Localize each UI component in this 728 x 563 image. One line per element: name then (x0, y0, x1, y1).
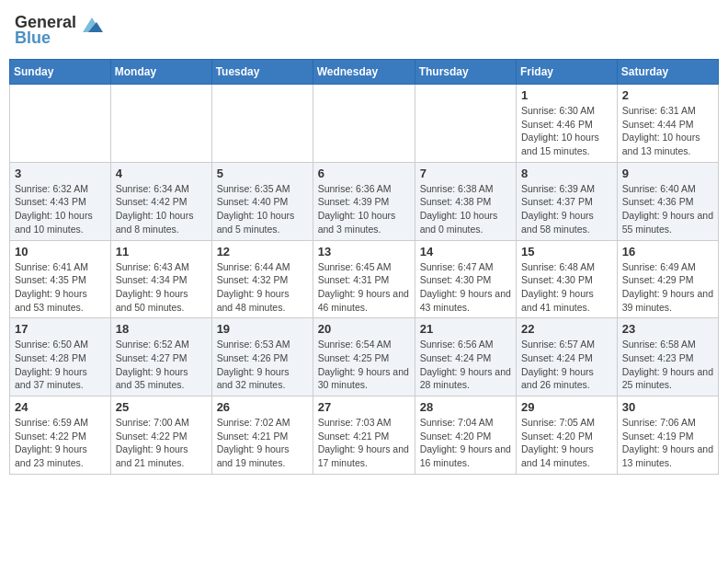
day-number: 29 (521, 400, 612, 414)
calendar-cell (313, 85, 415, 163)
day-info: Sunrise: 7:00 AM Sunset: 4:22 PM Dayligh… (116, 416, 207, 470)
calendar-cell: 16Sunrise: 6:49 AM Sunset: 4:29 PM Dayli… (617, 240, 718, 318)
calendar-table: SundayMondayTuesdayWednesdayThursdayFrid… (9, 59, 719, 475)
day-number: 7 (420, 167, 511, 180)
day-info: Sunrise: 7:04 AM Sunset: 4:20 PM Dayligh… (420, 416, 511, 470)
week-row-2: 3Sunrise: 6:32 AM Sunset: 4:43 PM Daylig… (10, 162, 719, 240)
day-number: 16 (622, 245, 713, 259)
day-number: 4 (116, 167, 207, 180)
day-number: 5 (217, 167, 308, 180)
weekday-header-sunday: Sunday (10, 60, 111, 85)
calendar-cell: 7Sunrise: 6:38 AM Sunset: 4:38 PM Daylig… (415, 162, 516, 240)
day-info: Sunrise: 6:31 AM Sunset: 4:44 PM Dayligh… (622, 104, 713, 158)
day-info: Sunrise: 6:52 AM Sunset: 4:27 PM Dayligh… (116, 338, 207, 392)
week-row-3: 10Sunrise: 6:41 AM Sunset: 4:35 PM Dayli… (10, 240, 719, 318)
calendar-cell: 5Sunrise: 6:35 AM Sunset: 4:40 PM Daylig… (211, 162, 313, 240)
calendar-cell (211, 85, 313, 163)
day-info: Sunrise: 6:43 AM Sunset: 4:34 PM Dayligh… (116, 260, 207, 315)
day-number: 27 (318, 400, 410, 414)
day-number: 8 (521, 167, 612, 180)
day-number: 9 (622, 167, 713, 180)
week-row-1: 1Sunrise: 6:30 AM Sunset: 4:46 PM Daylig… (10, 85, 719, 163)
week-row-4: 17Sunrise: 6:50 AM Sunset: 4:28 PM Dayli… (10, 318, 719, 396)
calendar-cell: 2Sunrise: 6:31 AM Sunset: 4:44 PM Daylig… (617, 85, 718, 163)
logo: General Blue (15, 13, 105, 48)
weekday-header-friday: Friday (517, 60, 618, 85)
day-info: Sunrise: 7:06 AM Sunset: 4:19 PM Dayligh… (622, 416, 713, 470)
day-info: Sunrise: 6:35 AM Sunset: 4:40 PM Dayligh… (217, 182, 308, 236)
day-number: 3 (15, 167, 106, 180)
day-info: Sunrise: 6:39 AM Sunset: 4:37 PM Dayligh… (521, 182, 612, 236)
day-number: 20 (318, 322, 410, 336)
weekday-header-wednesday: Wednesday (313, 60, 415, 85)
week-row-5: 24Sunrise: 6:59 AM Sunset: 4:22 PM Dayli… (10, 396, 719, 475)
day-info: Sunrise: 6:38 AM Sunset: 4:38 PM Dayligh… (420, 182, 511, 236)
calendar-cell: 4Sunrise: 6:34 AM Sunset: 4:42 PM Daylig… (110, 162, 211, 240)
day-info: Sunrise: 7:02 AM Sunset: 4:21 PM Dayligh… (217, 416, 308, 470)
calendar-cell: 23Sunrise: 6:58 AM Sunset: 4:23 PM Dayli… (617, 318, 718, 396)
calendar-cell: 18Sunrise: 6:52 AM Sunset: 4:27 PM Dayli… (110, 318, 211, 396)
day-number: 13 (318, 245, 410, 259)
day-number: 17 (15, 322, 106, 336)
calendar-cell: 21Sunrise: 6:56 AM Sunset: 4:24 PM Dayli… (415, 318, 516, 396)
day-number: 22 (521, 322, 612, 336)
weekday-header-saturday: Saturday (617, 60, 718, 85)
day-info: Sunrise: 6:54 AM Sunset: 4:25 PM Dayligh… (318, 338, 410, 392)
calendar-cell: 25Sunrise: 7:00 AM Sunset: 4:22 PM Dayli… (110, 396, 211, 475)
day-info: Sunrise: 6:45 AM Sunset: 4:31 PM Dayligh… (318, 260, 410, 315)
calendar-cell: 22Sunrise: 6:57 AM Sunset: 4:24 PM Dayli… (517, 318, 618, 396)
calendar-cell: 3Sunrise: 6:32 AM Sunset: 4:43 PM Daylig… (10, 162, 111, 240)
day-info: Sunrise: 7:03 AM Sunset: 4:21 PM Dayligh… (318, 416, 410, 470)
day-number: 12 (217, 245, 308, 259)
day-number: 10 (15, 245, 106, 259)
day-info: Sunrise: 6:57 AM Sunset: 4:24 PM Dayligh… (521, 338, 612, 392)
calendar-cell: 14Sunrise: 6:47 AM Sunset: 4:30 PM Dayli… (415, 240, 516, 318)
calendar-cell: 9Sunrise: 6:40 AM Sunset: 4:36 PM Daylig… (617, 162, 718, 240)
day-info: Sunrise: 6:34 AM Sunset: 4:42 PM Dayligh… (116, 182, 207, 236)
day-number: 11 (116, 245, 207, 259)
calendar-cell: 27Sunrise: 7:03 AM Sunset: 4:21 PM Dayli… (313, 396, 415, 475)
day-info: Sunrise: 6:36 AM Sunset: 4:39 PM Dayligh… (318, 182, 410, 236)
calendar-cell: 12Sunrise: 6:44 AM Sunset: 4:32 PM Dayli… (211, 240, 313, 318)
header: General Blue (9, 9, 719, 52)
calendar-cell (10, 85, 111, 163)
day-info: Sunrise: 6:32 AM Sunset: 4:43 PM Dayligh… (15, 182, 106, 236)
day-info: Sunrise: 6:30 AM Sunset: 4:46 PM Dayligh… (521, 104, 612, 158)
day-number: 18 (116, 322, 207, 336)
day-info: Sunrise: 6:40 AM Sunset: 4:36 PM Dayligh… (622, 182, 713, 236)
calendar-cell: 11Sunrise: 6:43 AM Sunset: 4:34 PM Dayli… (110, 240, 211, 318)
logo-icon (79, 14, 105, 32)
day-info: Sunrise: 6:58 AM Sunset: 4:23 PM Dayligh… (622, 338, 713, 392)
calendar-cell: 1Sunrise: 6:30 AM Sunset: 4:46 PM Daylig… (517, 85, 618, 163)
day-number: 26 (217, 400, 308, 414)
weekday-header-row: SundayMondayTuesdayWednesdayThursdayFrid… (10, 60, 719, 85)
calendar-cell (415, 85, 516, 163)
day-info: Sunrise: 6:56 AM Sunset: 4:24 PM Dayligh… (420, 338, 511, 392)
calendar-cell: 8Sunrise: 6:39 AM Sunset: 4:37 PM Daylig… (517, 162, 618, 240)
calendar-cell: 13Sunrise: 6:45 AM Sunset: 4:31 PM Dayli… (313, 240, 415, 318)
day-info: Sunrise: 6:53 AM Sunset: 4:26 PM Dayligh… (217, 338, 308, 392)
day-number: 21 (420, 322, 511, 336)
weekday-header-monday: Monday (110, 60, 211, 85)
calendar-cell: 17Sunrise: 6:50 AM Sunset: 4:28 PM Dayli… (10, 318, 111, 396)
calendar-cell (110, 85, 211, 163)
day-number: 24 (15, 400, 106, 414)
calendar-cell: 6Sunrise: 6:36 AM Sunset: 4:39 PM Daylig… (313, 162, 415, 240)
day-number: 25 (116, 400, 207, 414)
day-number: 14 (420, 245, 511, 259)
day-number: 2 (622, 88, 713, 102)
day-info: Sunrise: 6:50 AM Sunset: 4:28 PM Dayligh… (15, 338, 106, 392)
calendar-cell: 19Sunrise: 6:53 AM Sunset: 4:26 PM Dayli… (211, 318, 313, 396)
logo-blue: Blue (15, 29, 51, 48)
day-number: 28 (420, 400, 511, 414)
day-info: Sunrise: 6:41 AM Sunset: 4:35 PM Dayligh… (15, 260, 106, 315)
calendar-cell: 26Sunrise: 7:02 AM Sunset: 4:21 PM Dayli… (211, 396, 313, 475)
calendar-cell: 29Sunrise: 7:05 AM Sunset: 4:20 PM Dayli… (517, 396, 618, 475)
calendar-cell: 28Sunrise: 7:04 AM Sunset: 4:20 PM Dayli… (415, 396, 516, 475)
day-info: Sunrise: 6:49 AM Sunset: 4:29 PM Dayligh… (622, 260, 713, 315)
calendar-cell: 30Sunrise: 7:06 AM Sunset: 4:19 PM Dayli… (617, 396, 718, 475)
weekday-header-thursday: Thursday (415, 60, 516, 85)
calendar-cell: 20Sunrise: 6:54 AM Sunset: 4:25 PM Dayli… (313, 318, 415, 396)
day-info: Sunrise: 6:47 AM Sunset: 4:30 PM Dayligh… (420, 260, 511, 315)
day-info: Sunrise: 6:48 AM Sunset: 4:30 PM Dayligh… (521, 260, 612, 315)
